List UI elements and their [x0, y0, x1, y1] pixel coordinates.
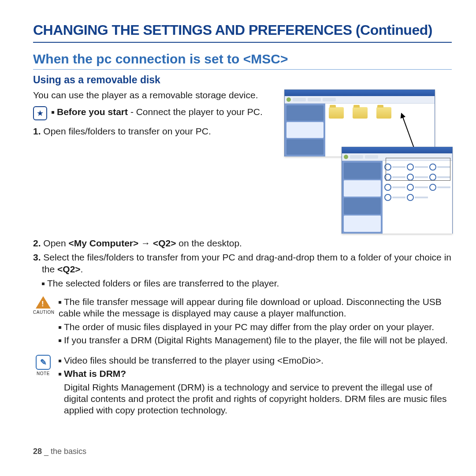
section-heading: When the pc connection is set to <MSC>	[33, 52, 452, 70]
note-icon: ✎	[36, 355, 51, 370]
folder-icon	[353, 107, 368, 119]
screenshot-figure	[284, 89, 452, 235]
note-label: NOTE	[33, 371, 53, 377]
step-2: 2. Open <My Computer> → <Q2> on the desk…	[42, 238, 452, 249]
note-text: Video files should be transferred to the…	[59, 355, 452, 416]
page-footer: 28 _ the basics	[33, 447, 86, 456]
step-3: 3. Select the files/folders to transfer …	[42, 252, 452, 275]
before-you-start: Before you start - Connect the player to…	[52, 106, 263, 118]
caution-label: CAUTION	[33, 310, 53, 316]
subheading: Using as a removable disk	[33, 74, 452, 86]
selection-rectangle	[386, 158, 450, 181]
caution-text: The file transfer message will appear du…	[59, 296, 452, 348]
star-icon: ★	[33, 106, 47, 120]
step-1: 1. Open files/folders to transfer on you…	[42, 126, 275, 137]
intro-text: You can use the player as a removable st…	[33, 89, 275, 101]
folder-icon	[329, 107, 344, 119]
page-title: CHANGING THE SETTINGS AND PREFERENCES (C…	[33, 22, 452, 43]
step-3-sub: The selected folders or files are transf…	[47, 278, 452, 289]
folder-icon	[376, 107, 391, 119]
caution-icon	[36, 296, 51, 309]
